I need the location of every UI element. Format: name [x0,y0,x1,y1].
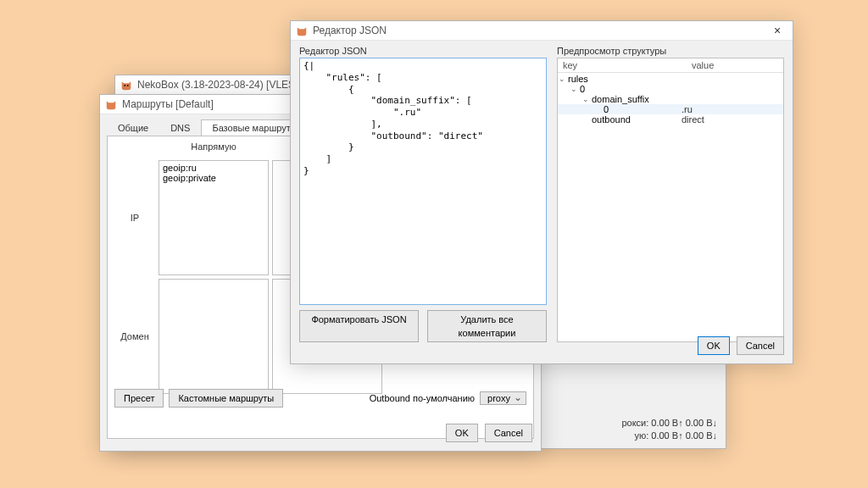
default-outbound-select[interactable]: proxy [480,391,526,405]
tree-col-key: key [558,58,687,72]
routes-title: Маршруты [Default] [122,98,214,110]
json-ok-button[interactable]: OK [698,336,730,355]
json-editor-label: Редактор JSON [299,46,547,56]
tree-value: .ru [676,104,783,114]
tree-row[interactable]: 0.ru [558,104,783,114]
json-tree[interactable]: key value ⌄rules⌄0⌄domain_suffix0.ruoutb… [557,58,784,342]
preset-button[interactable]: Пресет [114,389,164,408]
chevron-down-icon[interactable]: ⌄ [570,85,578,93]
custom-routes-button[interactable]: Кастомные маршруты [169,389,283,408]
format-json-button[interactable]: Форматировать JSON [299,310,419,342]
routes-dialog-buttons: OK Cancel [446,424,532,442]
close-icon[interactable]: × [767,21,787,40]
json-textarea[interactable]: {| "rules": [ { "domain_suffix": [ ".ru"… [299,58,547,305]
tree-key: outbound [592,114,631,125]
direct-ip-textarea[interactable]: geoip:ru geoip:private [159,160,269,275]
json-editor-buttons: OK Cancel [698,336,784,355]
tree-row[interactable]: ⌄domain_suffix [558,94,783,104]
svg-point-1 [127,85,129,86]
nekobox-title: NekoBox (3.18-2023-08-24) [VLESS] [137,79,304,91]
json-tree-rows: ⌄rules⌄0⌄domain_suffix0.ruoutbounddirect [558,73,783,125]
tree-row[interactable]: outbounddirect [558,114,783,125]
svg-point-0 [124,85,125,86]
routes-cancel-button[interactable]: Cancel [485,424,532,442]
json-editor-title: Редактор JSON [313,25,387,36]
nekobox-statusbar: рокси: 0.00 B↑ 0.00 B↓ ую: 0.00 B↑ 0.00 … [621,417,717,441]
chevron-down-icon[interactable]: ⌄ [581,95,590,103]
tree-row[interactable]: ⌄rules [558,74,783,84]
json-editor-dialog: Редактор JSON × Редактор JSON {| "rules"… [290,20,793,364]
routes-icon [105,98,117,110]
tab-general[interactable]: Общие [107,119,159,136]
status-proxy: рокси: 0.00 B↑ 0.00 B↓ [621,417,717,429]
direct-domain-textarea[interactable] [159,279,269,394]
json-preview-pane: Предпросмотр структуры key value ⌄rules⌄… [557,46,784,342]
json-editor-icon [296,25,308,36]
col-direct-label: Напрямую [159,141,269,157]
nekobox-icon [120,79,132,91]
routes-bottom-row: Пресет Кастомные маршруты Outbound по-ум… [114,389,526,408]
tree-row[interactable]: ⌄0 [558,84,783,94]
routes-ok-button[interactable]: OK [446,424,478,442]
tree-col-value: value [687,58,783,72]
json-editor-pane: Редактор JSON {| "rules": [ { "domain_su… [299,46,547,342]
strip-comments-button[interactable]: Удалить все комментарии [427,310,547,342]
row-domain-label: Домен [114,279,155,394]
tree-key: domain_suffix [592,94,649,104]
json-editor-body: Редактор JSON {| "rules": [ { "domain_su… [291,41,793,347]
status-direct: ую: 0.00 B↑ 0.00 B↓ [621,430,717,441]
row-ip-label: IP [114,160,155,275]
tab-dns[interactable]: DNS [159,119,201,136]
tree-key: 0 [604,104,609,114]
tree-key: 0 [580,84,585,94]
json-preview-label: Предпросмотр структуры [557,46,784,56]
default-outbound-label: Outbound по-умолчанию [370,393,475,403]
json-editor-titlebar[interactable]: Редактор JSON × [291,21,793,41]
json-cancel-button[interactable]: Cancel [737,336,784,355]
chevron-down-icon[interactable]: ⌄ [558,75,566,83]
json-tree-header: key value [558,58,783,73]
tree-key: rules [568,74,588,84]
default-outbound-value: proxy [487,393,510,403]
tree-value: direct [676,114,783,125]
